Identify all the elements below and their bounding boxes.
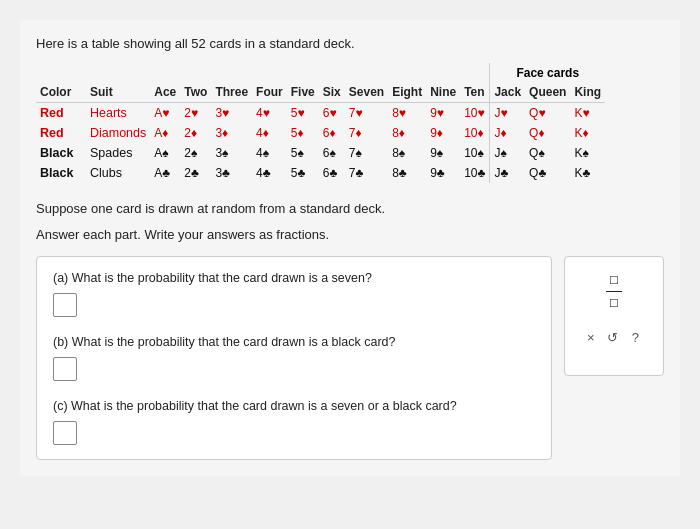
card-cell: 2♣ <box>180 163 211 183</box>
cards-table-wrapper: Face cards Color Suit Ace Two Three Four… <box>36 63 664 183</box>
answer-c-input[interactable] <box>53 421 77 445</box>
table-row: BlackSpadesA♠2♠3♠4♠5♠6♠7♠8♠9♠10♠J♠Q♠K♠ <box>36 143 605 163</box>
question-b-text: (b) What is the probability that the car… <box>53 335 535 349</box>
card-cell: 3♦ <box>211 123 252 143</box>
header-queen: Queen <box>525 82 570 103</box>
cell-color-red: Red <box>36 103 86 124</box>
cell-suit-spades: Spades <box>86 143 150 163</box>
cell-suit-diamonds: Diamonds <box>86 123 150 143</box>
cards-table: Face cards Color Suit Ace Two Three Four… <box>36 63 605 183</box>
questions-panel: (a) What is the probability that the car… <box>36 256 552 460</box>
fraction-numerator: □ <box>606 271 622 292</box>
header-eight: Eight <box>388 82 426 103</box>
help-button[interactable]: ? <box>630 328 641 347</box>
card-cell: 10♣ <box>460 163 490 183</box>
card-cell: 6♥ <box>319 103 345 124</box>
card-cell: 7♠ <box>345 143 388 163</box>
intro-text: Here is a table showing all 52 cards in … <box>36 36 664 51</box>
card-cell: 8♦ <box>388 123 426 143</box>
cell-color-red: Red <box>36 123 86 143</box>
card-cell: 3♠ <box>211 143 252 163</box>
card-cell: J♦ <box>490 123 525 143</box>
answer-a-input[interactable] <box>53 293 77 317</box>
card-cell: 9♦ <box>426 123 460 143</box>
card-cell: 8♠ <box>388 143 426 163</box>
card-cell: 9♣ <box>426 163 460 183</box>
cell-color-black: Black <box>36 143 86 163</box>
card-cell: A♦ <box>150 123 180 143</box>
header-three: Three <box>211 82 252 103</box>
card-cell: 2♠ <box>180 143 211 163</box>
undo-button[interactable]: ↺ <box>605 328 620 347</box>
card-cell: 6♠ <box>319 143 345 163</box>
main-content: (a) What is the probability that the car… <box>36 256 664 460</box>
question-b-block: (b) What is the probability that the car… <box>53 335 535 381</box>
side-actions: × ↺ ? <box>587 328 641 347</box>
card-cell: Q♥ <box>525 103 570 124</box>
answer-b-input[interactable] <box>53 357 77 381</box>
card-cell: 8♥ <box>388 103 426 124</box>
table-row: BlackClubsA♣2♣3♣4♣5♣6♣7♣8♣9♣10♣J♣Q♣K♣ <box>36 163 605 183</box>
card-cell: 2♦ <box>180 123 211 143</box>
header-suit: Suit <box>86 82 150 103</box>
clear-button[interactable]: × <box>587 330 595 345</box>
header-six: Six <box>319 82 345 103</box>
card-cell: K♥ <box>570 103 605 124</box>
card-cell: 4♥ <box>252 103 287 124</box>
card-cell: 3♥ <box>211 103 252 124</box>
card-cell: Q♣ <box>525 163 570 183</box>
card-cell: 6♣ <box>319 163 345 183</box>
header-king: King <box>570 82 605 103</box>
question-a-block: (a) What is the probability that the car… <box>53 271 535 317</box>
cell-color-black: Black <box>36 163 86 183</box>
card-cell: 4♠ <box>252 143 287 163</box>
card-cell: A♥ <box>150 103 180 124</box>
suppose-text-2: Answer each part. Write your answers as … <box>36 225 664 245</box>
card-cell: Q♦ <box>525 123 570 143</box>
card-cell: 10♠ <box>460 143 490 163</box>
card-cell: J♣ <box>490 163 525 183</box>
header-color: Color <box>36 82 86 103</box>
fraction-denominator: □ <box>606 292 622 312</box>
card-cell: 8♣ <box>388 163 426 183</box>
card-cell: J♠ <box>490 143 525 163</box>
side-panel: □ □ × ↺ ? <box>564 256 664 376</box>
fraction-display: □ □ <box>606 271 622 312</box>
header-ace: Ace <box>150 82 180 103</box>
table-row: RedDiamondsA♦2♦3♦4♦5♦6♦7♦8♦9♦10♦J♦Q♦K♦ <box>36 123 605 143</box>
card-cell: 2♥ <box>180 103 211 124</box>
card-cell: 7♥ <box>345 103 388 124</box>
card-cell: K♣ <box>570 163 605 183</box>
question-c-block: (c) What is the probability that the car… <box>53 399 535 445</box>
header-seven: Seven <box>345 82 388 103</box>
card-cell: 5♣ <box>287 163 319 183</box>
card-cell: 5♦ <box>287 123 319 143</box>
card-cell: K♠ <box>570 143 605 163</box>
card-cell: 4♣ <box>252 163 287 183</box>
card-cell: Q♠ <box>525 143 570 163</box>
card-cell: 10♦ <box>460 123 490 143</box>
card-cell: A♣ <box>150 163 180 183</box>
suppose-text-1: Suppose one card is drawn at random from… <box>36 199 664 219</box>
card-cell: 7♣ <box>345 163 388 183</box>
header-four: Four <box>252 82 287 103</box>
table-row: RedHeartsA♥2♥3♥4♥5♥6♥7♥8♥9♥10♥J♥Q♥K♥ <box>36 103 605 124</box>
header-nine: Nine <box>426 82 460 103</box>
card-cell: 4♦ <box>252 123 287 143</box>
card-cell: 9♥ <box>426 103 460 124</box>
card-cell: 9♠ <box>426 143 460 163</box>
card-cell: 6♦ <box>319 123 345 143</box>
card-cell: 10♥ <box>460 103 490 124</box>
header-jack: Jack <box>490 82 525 103</box>
header-five: Five <box>287 82 319 103</box>
card-cell: K♦ <box>570 123 605 143</box>
card-cell: 5♥ <box>287 103 319 124</box>
card-cell: 5♠ <box>287 143 319 163</box>
header-ten: Ten <box>460 82 490 103</box>
cell-suit-clubs: Clubs <box>86 163 150 183</box>
face-cards-label: Face cards <box>490 63 605 82</box>
card-cell: A♠ <box>150 143 180 163</box>
question-a-text: (a) What is the probability that the car… <box>53 271 535 285</box>
card-cell: 7♦ <box>345 123 388 143</box>
cell-suit-hearts: Hearts <box>86 103 150 124</box>
